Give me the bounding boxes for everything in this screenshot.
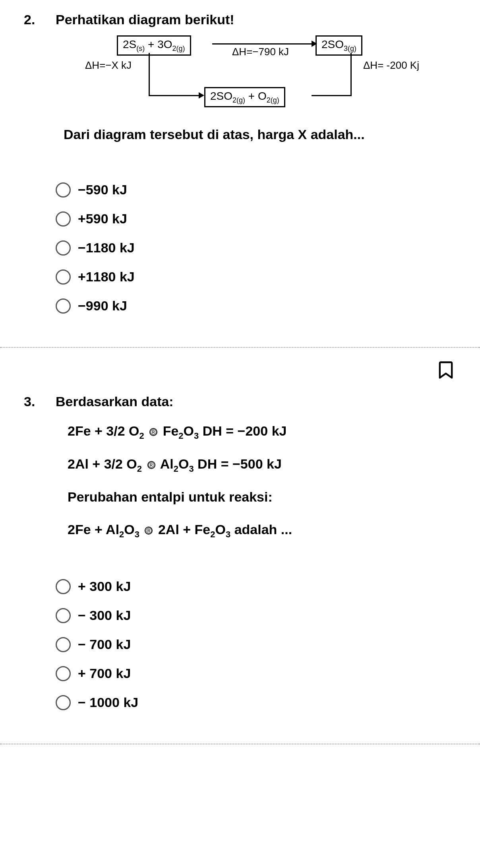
question-3-header: 3. Berdasarkan data: bbox=[24, 394, 456, 409]
q3-eq1-part4: DH = −200 kJ bbox=[199, 423, 286, 438]
radio-icon bbox=[56, 579, 71, 594]
diagram-line-left-horz bbox=[149, 95, 200, 96]
q3-option-c[interactable]: − 700 kJ bbox=[56, 637, 456, 652]
diagram-label-right: ΔH= -200 Kj bbox=[363, 59, 419, 72]
question-2-subtext: Dari diagram tersebut di atas, harga X a… bbox=[64, 127, 456, 142]
question-3-number: 3. bbox=[24, 394, 40, 409]
q2-option-a-label: −590 kJ bbox=[78, 182, 127, 198]
diagram-arrowhead-left bbox=[199, 92, 204, 99]
diagram-box-product-so3: 2SO3(g) bbox=[315, 35, 362, 56]
q3-eq1-part2: Fe bbox=[163, 423, 179, 438]
q3-target-part2: O bbox=[124, 522, 134, 537]
q3-target-reaction: 2Fe + Al2O3 ® 2Al + Fe2O3 adalah ... bbox=[68, 516, 456, 543]
diagram-box-reactants: 2S(s) + 3O2(g) bbox=[117, 35, 191, 56]
question-2-header: 2. Perhatikan diagram berikut! bbox=[24, 12, 456, 27]
q3-target-part4: O bbox=[215, 522, 226, 537]
q2-option-d[interactable]: +1180 kJ bbox=[56, 269, 456, 285]
diagram-arrow-top bbox=[212, 43, 315, 45]
diagram-line-right-vert bbox=[350, 53, 352, 96]
q2-option-e-label: −990 kJ bbox=[78, 298, 127, 314]
q3-eq1-part1: 2Fe + 3/2 O bbox=[68, 423, 139, 438]
radio-icon bbox=[56, 637, 71, 652]
question-3-options: + 300 kJ − 300 kJ − 700 kJ + 700 kJ − 10… bbox=[56, 579, 456, 710]
question-2-options: −590 kJ +590 kJ −1180 kJ +1180 kJ −990 k… bbox=[56, 182, 456, 314]
diagram-line-left-vert bbox=[149, 53, 150, 96]
diagram-arrowhead-top bbox=[312, 41, 317, 47]
reaction-arrow-icon: ® bbox=[145, 527, 153, 535]
q3-option-b[interactable]: − 300 kJ bbox=[56, 608, 456, 623]
radio-icon bbox=[56, 608, 71, 623]
question-3-title: Berdasarkan data: bbox=[56, 394, 174, 409]
q3-eq2-part3: O bbox=[178, 456, 189, 471]
bookmark-row bbox=[0, 348, 480, 382]
q3-option-a[interactable]: + 300 kJ bbox=[56, 579, 456, 594]
q3-equation-1: 2Fe + 3/2 O2 ® Fe2O3 DH = −200 kJ bbox=[68, 417, 456, 445]
question-2: 2. Perhatikan diagram berikut! 2S(s) + 3… bbox=[0, 0, 480, 348]
diagram-line-right-horz bbox=[312, 95, 351, 96]
q3-target-part5: adalah ... bbox=[230, 522, 292, 537]
q2-option-d-label: +1180 kJ bbox=[78, 269, 135, 285]
q2-option-b-label: +590 kJ bbox=[78, 211, 127, 227]
radio-icon bbox=[56, 182, 71, 198]
q3-eq2-part2: Al bbox=[160, 456, 174, 471]
q3-option-e-label: − 1000 kJ bbox=[78, 695, 138, 710]
q2-option-c[interactable]: −1180 kJ bbox=[56, 240, 456, 256]
reaction-arrow-icon: ® bbox=[147, 461, 155, 469]
q3-eq1-part3: O bbox=[184, 423, 194, 438]
question-3-body: 2Fe + 3/2 O2 ® Fe2O3 DH = −200 kJ 2Al + … bbox=[68, 417, 456, 543]
q3-option-c-label: − 700 kJ bbox=[78, 637, 131, 652]
q3-eq2-part1: 2Al + 3/2 O bbox=[68, 456, 137, 471]
radio-icon bbox=[56, 666, 71, 681]
q2-option-e[interactable]: −990 kJ bbox=[56, 298, 456, 314]
q3-option-b-label: − 300 kJ bbox=[78, 608, 131, 623]
q2-option-c-label: −1180 kJ bbox=[78, 240, 135, 256]
reaction-arrow-icon: ® bbox=[149, 428, 157, 436]
q3-option-a-label: + 300 kJ bbox=[78, 579, 131, 594]
q3-option-d-label: + 700 kJ bbox=[78, 666, 131, 681]
q3-eq2-part4: DH = −500 kJ bbox=[194, 456, 282, 471]
q3-prompt-line: Perubahan entalpi untuk reaksi: bbox=[68, 483, 456, 510]
radio-icon bbox=[56, 695, 71, 710]
radio-icon bbox=[56, 211, 71, 227]
question-3: 3. Berdasarkan data: 2Fe + 3/2 O2 ® Fe2O… bbox=[0, 382, 480, 744]
q3-target-part3: 2Al + Fe bbox=[158, 522, 210, 537]
q3-option-e[interactable]: − 1000 kJ bbox=[56, 695, 456, 710]
radio-icon bbox=[56, 269, 71, 285]
question-2-title: Perhatikan diagram berikut! bbox=[56, 12, 234, 27]
q2-option-a[interactable]: −590 kJ bbox=[56, 182, 456, 198]
diagram-label-left: ΔH=−X kJ bbox=[85, 59, 132, 72]
radio-icon bbox=[56, 298, 71, 314]
q2-option-b[interactable]: +590 kJ bbox=[56, 211, 456, 227]
hess-diagram: 2S(s) + 3O2(g) 2SO3(g) 2SO2(g) + O2(g) Δ… bbox=[24, 35, 456, 111]
q3-option-d[interactable]: + 700 kJ bbox=[56, 666, 456, 681]
bookmark-icon[interactable] bbox=[435, 360, 456, 382]
diagram-box-intermediate: 2SO2(g) + O2(g) bbox=[204, 87, 285, 107]
q3-equation-2: 2Al + 3/2 O2 ® Al2O3 DH = −500 kJ bbox=[68, 450, 456, 478]
q3-target-part1: 2Fe + Al bbox=[68, 522, 119, 537]
diagram-label-top: ΔH=−790 kJ bbox=[232, 46, 289, 58]
radio-icon bbox=[56, 240, 71, 256]
question-2-number: 2. bbox=[24, 12, 40, 27]
